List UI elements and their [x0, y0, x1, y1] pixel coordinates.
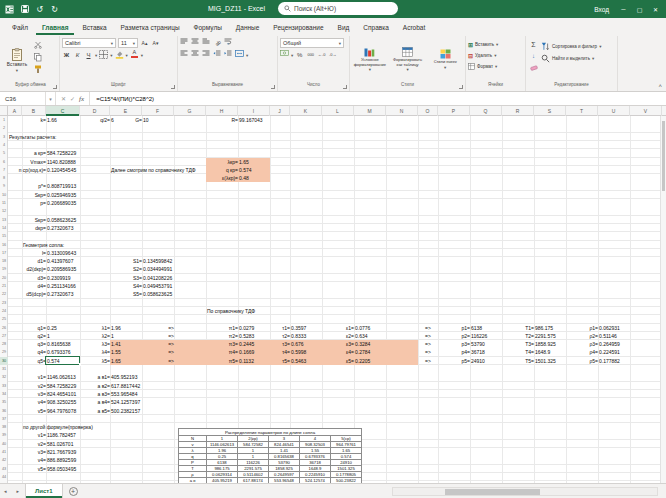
- cell-A3[interactable]: Результаты расчета:: [9, 133, 101, 141]
- ribbon-tab-справка[interactable]: Справка: [357, 21, 395, 35]
- cell-D34[interactable]: а в3=: [36, 390, 110, 398]
- sheet-nav-left-icon[interactable]: ◂: [0, 488, 13, 494]
- cell-U30[interactable]: 0.177882: [599, 357, 666, 365]
- orientation-icon[interactable]: ab: [213, 38, 222, 48]
- cell-T30[interactable]: ρ5=: [524, 357, 598, 365]
- cell-E19[interactable]: S2=: [68, 265, 142, 273]
- ribbon-tab-формулы[interactable]: Формулы: [188, 21, 228, 35]
- column-header-D[interactable]: D: [80, 106, 110, 116]
- row-header-29[interactable]: 29: [0, 348, 8, 356]
- cell-E32[interactable]: 405.952193: [111, 373, 203, 381]
- row-header-33[interactable]: 33: [0, 382, 8, 390]
- vertical-scrollbar[interactable]: [660, 116, 666, 483]
- column-header-H[interactable]: H: [206, 106, 238, 116]
- autosum-icon[interactable]: Σ: [528, 39, 539, 49]
- increase-decimal-icon[interactable]: ←.0: [317, 50, 326, 60]
- row-header-40[interactable]: 40: [0, 440, 8, 448]
- cell-F21[interactable]: 0.049453791: [143, 282, 235, 290]
- align-center-icon[interactable]: [191, 50, 200, 60]
- distribution-table-cell[interactable]: 405.95219: [207, 478, 238, 484]
- cut-icon[interactable]: [32, 40, 43, 50]
- insert-cells-button[interactable]: ⊞Вставить▾: [468, 39, 523, 49]
- fill-color-icon[interactable]: [115, 50, 124, 60]
- row-header-43[interactable]: 43: [0, 465, 8, 473]
- cell-E1[interactable]: G=: [68, 116, 142, 124]
- search-box[interactable]: Поиск (Alt+Ю): [278, 2, 398, 15]
- cell-D35[interactable]: а в4=: [36, 398, 110, 406]
- ribbon-tab-данные[interactable]: Данные: [230, 21, 265, 35]
- cell-P29[interactable]: p4=: [396, 348, 470, 356]
- row-header-12[interactable]: 12: [0, 207, 8, 215]
- cell-I6[interactable]: 1.65: [239, 158, 331, 166]
- cell-D33[interactable]: а в2=: [36, 382, 110, 390]
- row-header-37[interactable]: 37: [0, 415, 8, 423]
- find-select-button[interactable]: Найти и выделить▾: [541, 53, 615, 63]
- thousands-separator-icon[interactable]: 000: [306, 50, 315, 60]
- column-header-G[interactable]: G: [174, 106, 206, 116]
- cell-E34[interactable]: 553.965484: [111, 390, 203, 398]
- decrease-decimal-icon[interactable]: .0→: [328, 50, 337, 60]
- column-header-O[interactable]: O: [418, 106, 438, 116]
- align-left-icon[interactable]: [180, 50, 189, 60]
- cell-H1[interactable]: R=: [164, 116, 238, 124]
- row-header-32[interactable]: 32: [0, 373, 8, 381]
- ribbon-tab-вид[interactable]: Вид: [332, 21, 356, 35]
- cell-E18[interactable]: S1=: [68, 257, 142, 265]
- shrink-font-button[interactable]: А▾: [151, 38, 160, 48]
- row-header-22[interactable]: 22: [0, 290, 8, 298]
- cell-C43[interactable]: 958.0503495: [47, 465, 139, 473]
- fill-handle[interactable]: [79, 363, 82, 366]
- number-format-select[interactable]: Общий▾: [280, 38, 344, 48]
- column-header-R[interactable]: R: [502, 106, 534, 116]
- increase-indent-icon[interactable]: [224, 50, 233, 60]
- font-color-icon[interactable]: А: [130, 50, 139, 60]
- bold-button[interactable]: Ж: [62, 50, 71, 60]
- cell-C40[interactable]: 581.026701: [47, 440, 139, 448]
- cell-D36[interactable]: а в5=: [36, 407, 110, 415]
- cancel-formula-icon[interactable]: ✕: [61, 95, 66, 102]
- column-header-F[interactable]: F: [142, 106, 174, 116]
- cell-U27[interactable]: 0.51146: [599, 332, 666, 340]
- column-header-V[interactable]: V: [630, 106, 662, 116]
- row-header-9[interactable]: 9: [0, 182, 8, 190]
- cell-C11[interactable]: 0.206689035: [47, 199, 139, 207]
- cell-R29[interactable]: T4=: [460, 348, 534, 356]
- cell-J30[interactable]: τ5=: [216, 357, 290, 365]
- cell-R30[interactable]: T5=: [460, 357, 534, 365]
- column-header-I[interactable]: I: [238, 106, 270, 116]
- row-header-16[interactable]: 16: [0, 241, 8, 249]
- redo-icon[interactable]: ↻: [49, 4, 60, 15]
- row-header-38[interactable]: 38: [0, 423, 8, 431]
- row-header-30[interactable]: 30: [0, 357, 8, 365]
- ribbon-tab-разметка страницы[interactable]: Разметка страницы: [115, 21, 186, 35]
- cell-R27[interactable]: T2=: [460, 332, 534, 340]
- row-header-41[interactable]: 41: [0, 448, 8, 456]
- close-button[interactable]: ✕: [648, 0, 663, 18]
- cell-B16[interactable]: Геометрия сопла:: [23, 241, 115, 249]
- row-header-7[interactable]: 7: [0, 166, 8, 174]
- cell-F27[interactable]: =>: [100, 332, 174, 340]
- save-icon[interactable]: [19, 4, 30, 15]
- cell-F22[interactable]: 0.058623625: [143, 290, 235, 298]
- row-header-18[interactable]: 18: [0, 257, 8, 265]
- cell-L28[interactable]: ε3=: [280, 340, 354, 348]
- cell-T29[interactable]: ρ4=: [524, 348, 598, 356]
- dialog-launcher-icon[interactable]: [171, 85, 175, 89]
- font-name-select[interactable]: Calibri▾: [62, 38, 116, 48]
- row-header-25[interactable]: 25: [0, 315, 8, 323]
- cell-F20[interactable]: 0.041208226: [143, 274, 235, 282]
- ribbon-tab-главная[interactable]: Главная: [36, 21, 74, 35]
- column-header-L[interactable]: L: [322, 106, 354, 116]
- cell-L30[interactable]: ε5=: [280, 357, 354, 365]
- cell-E22[interactable]: S5=: [68, 290, 142, 298]
- paste-button[interactable]: Вставить▾: [4, 38, 30, 82]
- row-header-5[interactable]: 5: [0, 149, 8, 157]
- clear-icon[interactable]: [528, 63, 539, 73]
- cell-T26[interactable]: ρ1=: [524, 324, 598, 332]
- column-header-C[interactable]: C: [46, 106, 80, 116]
- distribution-table-cell[interactable]: 553.96548: [269, 478, 300, 484]
- column-header-P[interactable]: P: [438, 106, 470, 116]
- dialog-launcher-icon[interactable]: [53, 85, 57, 89]
- row-header-27[interactable]: 27: [0, 332, 8, 340]
- cell-C9[interactable]: 0.808719913: [47, 182, 139, 190]
